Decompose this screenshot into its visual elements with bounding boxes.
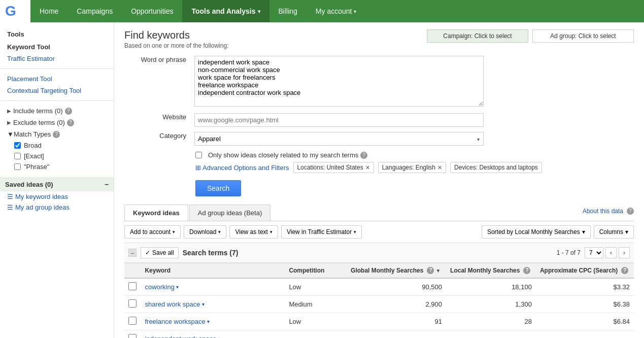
keyword-dropdown-icon[interactable]: ▾ bbox=[207, 319, 210, 324]
keyword-link[interactable]: freelance workspace ▾ bbox=[145, 318, 281, 325]
only-show-help-icon[interactable]: ? bbox=[360, 152, 367, 159]
sidebar-tools-title: Tools bbox=[0, 27, 114, 41]
website-row: Website bbox=[124, 111, 634, 129]
website-label: Website bbox=[124, 111, 190, 129]
view-as-text-caret: ▾ bbox=[270, 229, 273, 234]
sidebar-keyword-tool[interactable]: Keyword Tool bbox=[0, 41, 114, 53]
nav-myaccount[interactable]: My account ▾ bbox=[307, 0, 366, 22]
location-filter-remove[interactable]: ✕ bbox=[365, 164, 370, 171]
phrase-checkbox[interactable] bbox=[14, 163, 21, 170]
th-local-monthly[interactable]: Local Monthly Searches ? bbox=[446, 263, 536, 279]
save-all-button[interactable]: ✓ Save all bbox=[141, 247, 179, 258]
about-data-help-icon[interactable]: ? bbox=[627, 208, 634, 215]
advanced-options-link[interactable]: ⊞ Advanced Options and Filters bbox=[195, 164, 289, 172]
row-checkbox[interactable] bbox=[128, 299, 137, 308]
sidebar-divider-1 bbox=[0, 69, 114, 69]
category-select[interactable]: Apparel bbox=[194, 132, 484, 146]
only-show-related-row: Only show ideas closely related to my se… bbox=[195, 151, 634, 159]
table-row: shared work space ▾ Medium 2,900 1,300 $… bbox=[124, 296, 634, 313]
row-cpc-cell: $6.84 bbox=[536, 313, 634, 330]
toolbar-left: Add to account ▾ Download ▾ View as text… bbox=[124, 225, 362, 239]
broad-checkbox-row: Broad bbox=[0, 140, 114, 151]
only-show-related-checkbox[interactable] bbox=[195, 152, 202, 158]
toolbar-right: Sorted by Local Monthly Searches ▾ Colum… bbox=[482, 225, 634, 239]
saved-ideas-header: Saved ideas (0) – bbox=[0, 177, 114, 191]
match-types-expand[interactable]: ▼ Match Types ? bbox=[0, 128, 114, 140]
collapse-button[interactable]: – bbox=[128, 249, 137, 257]
th-approx-cpc[interactable]: Approximate CPC (Search) ? bbox=[536, 263, 634, 279]
include-terms-help-icon[interactable]: ? bbox=[65, 108, 72, 115]
local-monthly-help-icon[interactable]: ? bbox=[523, 267, 530, 274]
nav-billing[interactable]: Billing bbox=[269, 0, 307, 22]
keyword-dropdown-icon[interactable]: ▾ bbox=[176, 284, 179, 290]
nav-home[interactable]: Home bbox=[30, 0, 67, 22]
download-button[interactable]: Download ▾ bbox=[184, 225, 226, 239]
my-adgroup-ideas-link[interactable]: ☰ My ad group ideas bbox=[0, 202, 114, 213]
logo-g: G bbox=[5, 3, 16, 19]
keyword-link[interactable]: coworking ▾ bbox=[145, 283, 281, 291]
columns-button[interactable]: Columns ▾ bbox=[594, 225, 634, 239]
language-filter-tag: Languages: English ✕ bbox=[378, 162, 446, 173]
nav-opportunities[interactable]: Opportunities bbox=[122, 0, 182, 22]
keyword-dropdown-icon[interactable]: ▾ bbox=[218, 336, 220, 338]
th-competition[interactable]: Competition bbox=[285, 263, 347, 279]
results-area: Keyword ideas Ad group ideas (Beta) Abou… bbox=[124, 205, 634, 338]
row-cpc-cell: - bbox=[536, 330, 634, 339]
include-terms-expand[interactable]: ▶ Include terms (0) ? bbox=[0, 105, 114, 117]
page-dropdown[interactable]: 7 bbox=[585, 247, 603, 258]
tab-adgroup-ideas[interactable]: Ad group ideas (Beta) bbox=[189, 205, 270, 221]
myaccount-dropdown-icon: ▾ bbox=[354, 9, 356, 14]
row-global-monthly-cell: - bbox=[347, 330, 446, 339]
row-competition-cell: Medium bbox=[285, 296, 347, 313]
row-checkbox[interactable] bbox=[128, 317, 137, 325]
sidebar-traffic-estimator[interactable]: Traffic Estimator bbox=[0, 53, 114, 64]
word-phrase-row: Word or phrase independent work space no… bbox=[124, 53, 634, 111]
row-local-monthly-cell: - bbox=[446, 330, 536, 339]
next-page-button[interactable]: › bbox=[619, 247, 630, 258]
view-as-text-button[interactable]: View as text ▾ bbox=[229, 225, 278, 239]
keyword-link[interactable]: shared work space ▾ bbox=[145, 300, 281, 308]
exclude-terms-expand[interactable]: ▶ Exclude terms (0) ? bbox=[0, 117, 114, 128]
word-phrase-textarea[interactable]: independent work space non-commercial wo… bbox=[194, 56, 484, 107]
match-types-help-icon[interactable]: ? bbox=[53, 131, 60, 138]
campaign-select-button[interactable]: Campaign: Click to select bbox=[427, 29, 528, 43]
row-checkbox[interactable] bbox=[128, 282, 137, 290]
prev-page-button[interactable]: ‹ bbox=[605, 247, 617, 258]
sidebar-contextual-targeting[interactable]: Contextual Targeting Tool bbox=[0, 85, 114, 96]
adgroup-select-button[interactable]: Ad group: Click to select bbox=[532, 29, 634, 43]
language-filter-remove[interactable]: ✕ bbox=[437, 164, 442, 171]
view-in-estimator-caret: ▾ bbox=[354, 229, 356, 234]
keyword-dropdown-icon[interactable]: ▾ bbox=[202, 301, 205, 307]
th-keyword[interactable]: Keyword bbox=[141, 263, 285, 279]
row-keyword-cell: independent work space ▾ bbox=[141, 330, 285, 339]
th-global-monthly[interactable]: Global Monthly Searches ? ▼ bbox=[347, 263, 446, 279]
saved-ideas-collapse-icon[interactable]: – bbox=[105, 180, 109, 188]
nav-tools[interactable]: Tools and Analysis ▾ bbox=[182, 0, 269, 22]
keyword-link[interactable]: independent work space ▾ bbox=[145, 335, 281, 338]
search-button[interactable]: Search bbox=[195, 180, 241, 196]
nav-campaigns[interactable]: Campaigns bbox=[67, 0, 122, 22]
row-competition-cell: Low bbox=[285, 278, 347, 296]
tab-keyword-ideas[interactable]: Keyword ideas bbox=[124, 205, 188, 221]
website-input[interactable] bbox=[194, 113, 484, 127]
row-competition-cell: - bbox=[285, 330, 347, 339]
global-monthly-help-icon[interactable]: ? bbox=[427, 267, 434, 274]
broad-checkbox[interactable] bbox=[14, 142, 21, 149]
logo: G bbox=[0, 0, 30, 22]
sorted-by-button[interactable]: Sorted by Local Monthly Searches ▾ bbox=[482, 225, 591, 239]
content-area: Find keywords Based on one or more of th… bbox=[114, 22, 644, 338]
my-keyword-ideas-link[interactable]: ☰ My keyword ideas bbox=[0, 191, 114, 202]
advanced-options-row: ⊞ Advanced Options and Filters Locations… bbox=[195, 162, 634, 173]
add-to-account-button[interactable]: Add to account ▾ bbox=[124, 225, 181, 239]
sidebar-placement-tool[interactable]: Placement Tool bbox=[0, 73, 114, 85]
find-keywords-header: Find keywords Based on one or more of th… bbox=[124, 29, 634, 49]
about-data-link[interactable]: About this data ? bbox=[583, 208, 634, 218]
exact-checkbox-row: [Exact] bbox=[0, 151, 114, 161]
row-checkbox[interactable] bbox=[128, 334, 137, 338]
top-navigation: G Home Campaigns Opportunities Tools and… bbox=[0, 0, 644, 22]
find-keywords-subtitle: Based on one or more of the following: bbox=[124, 42, 228, 49]
approx-cpc-help-icon[interactable]: ? bbox=[621, 267, 628, 274]
exact-checkbox[interactable] bbox=[14, 153, 21, 159]
exclude-terms-help-icon[interactable]: ? bbox=[67, 119, 74, 126]
view-in-estimator-button[interactable]: View in Traffic Estimator ▾ bbox=[281, 225, 362, 239]
